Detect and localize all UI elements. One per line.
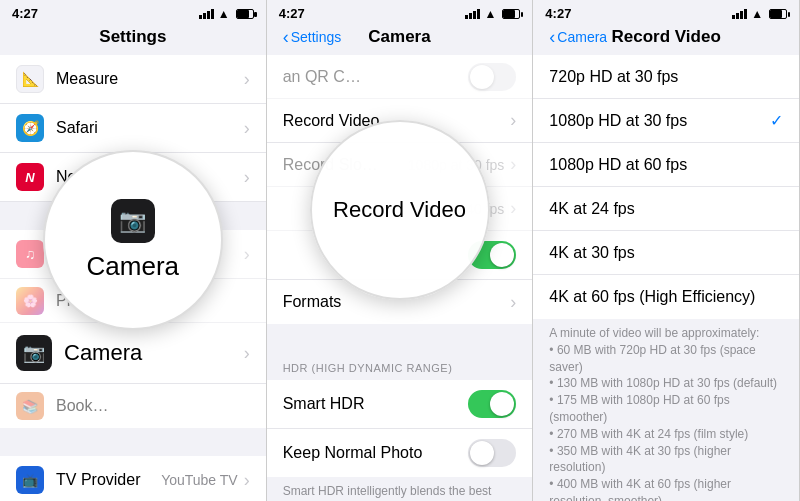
books-label: Book… [56, 397, 250, 415]
record-item-720p30[interactable]: 720p HD at 30 fps [533, 55, 799, 99]
battery-icon-2 [502, 9, 520, 19]
back-button-2[interactable]: Settings [283, 28, 342, 46]
signal-icon-1 [199, 9, 214, 19]
chevron-camera [244, 343, 250, 364]
storage-desc: A minute of video will be approximately:… [533, 319, 799, 501]
nav-bar-2: Settings Camera [267, 25, 533, 55]
keepnormal-label: Keep Normal Photo [283, 444, 469, 462]
back-label-3: Camera [557, 29, 607, 45]
smarthdr-toggle[interactable] [468, 390, 516, 418]
tvprovider-icon: 📺 [16, 466, 44, 494]
news-icon: N [16, 163, 44, 191]
panel-settings: 4:27 ▲ Settings 📐 Measure [0, 0, 267, 501]
settings-item-camera[interactable]: 📷 Camera [0, 323, 266, 384]
record-video-list: 720p HD at 30 fps 1080p HD at 30 fps ✓ 1… [533, 55, 799, 501]
qr-label: an QR C… [283, 68, 469, 86]
panel-camera: 4:27 ▲ Settings Camera an [267, 0, 534, 501]
nav-bar-1: Settings [0, 25, 266, 55]
wifi-icon-1: ▲ [218, 7, 230, 21]
settings-item-tvprovider[interactable]: 📺 TV Provider YouTube TV [0, 456, 266, 501]
wifi-icon-3: ▲ [751, 7, 763, 21]
back-chevron-3 [549, 28, 555, 46]
measure-label: Measure [56, 70, 244, 88]
camera-icon-zoom: 📷 [111, 199, 155, 243]
battery-icon-3 [769, 9, 787, 19]
camera-item-smartHDR[interactable]: Smart HDR [267, 380, 533, 429]
record-item-1080p30[interactable]: 1080p HD at 30 fps ✓ [533, 99, 799, 143]
nav-bar-3: Camera Record Video [533, 25, 799, 55]
qr-toggle[interactable] [468, 63, 516, 91]
resolution-items: 720p HD at 30 fps 1080p HD at 30 fps ✓ 1… [533, 55, 799, 319]
1080p30-label: 1080p HD at 30 fps [549, 112, 770, 130]
status-bar-2: 4:27 ▲ [267, 0, 533, 25]
lower-settings: 📺 TV Provider YouTube TV [0, 456, 266, 501]
panel-record-video: 4:27 ▲ Camera Record Video [533, 0, 800, 501]
safari-label: Safari [56, 119, 244, 137]
photos-icon: 🌸 [16, 287, 44, 315]
sep2 [0, 428, 266, 456]
tvprovider-label: TV Provider [56, 471, 161, 489]
chevron-record [510, 110, 516, 131]
magnify-circle-2: Record Video [310, 120, 490, 300]
back-label-2: Settings [291, 29, 342, 45]
record-video-zoom-text: Record Video [333, 197, 466, 222]
back-chevron-2 [283, 28, 289, 46]
4k30-label: 4K at 30 fps [549, 244, 783, 262]
status-icons-1: ▲ [199, 7, 254, 21]
page-title-3: Record Video [612, 27, 721, 47]
4k24-label: 4K at 24 fps [549, 200, 783, 218]
chevron-safari [244, 118, 250, 139]
measure-icon: 📐 [16, 65, 44, 93]
record-item-4k30[interactable]: 4K at 30 fps [533, 231, 799, 275]
1080p60-label: 1080p HD at 60 fps [549, 156, 783, 174]
nav-row-3: Camera Record Video [549, 27, 783, 47]
status-bar-3: 4:27 ▲ [533, 0, 799, 25]
chevron-measure [244, 69, 250, 90]
720p30-label: 720p HD at 30 fps [549, 68, 783, 86]
hdr-desc: Smart HDR intelligently blends the best … [267, 477, 533, 501]
chevron-tvprovider [244, 470, 250, 491]
settings-item-measure[interactable]: 📐 Measure [0, 55, 266, 104]
status-icons-3: ▲ [732, 7, 787, 21]
chevron-news [244, 167, 250, 188]
status-time-2: 4:27 [279, 6, 305, 21]
settings-item-books[interactable]: 📚 Book… [0, 384, 266, 428]
magnify-content-1: 📷 Camera [77, 189, 189, 292]
record-item-4k60[interactable]: 4K at 60 fps (High Efficiency) [533, 275, 799, 319]
camera-item-qr[interactable]: an QR C… [267, 55, 533, 99]
4k60-label: 4K at 60 fps (High Efficiency) [549, 288, 783, 306]
hdr-items: Smart HDR Keep Normal Photo [267, 380, 533, 477]
checkmark-1080p30: ✓ [770, 111, 783, 130]
camera-label: Camera [64, 340, 244, 366]
magnify-circle-1: 📷 Camera [43, 150, 223, 330]
tvprovider-value: YouTube TV [161, 472, 238, 488]
signal-icon-2 [465, 9, 480, 19]
hdr-header: HDR (HIGH DYNAMIC RANGE) [267, 352, 533, 380]
chevron-formats [510, 292, 516, 313]
back-button-3[interactable]: Camera [549, 28, 607, 46]
smarthdr-label: Smart HDR [283, 395, 469, 413]
record-item-4k24[interactable]: 4K at 24 fps [533, 187, 799, 231]
camera-icon: 📷 [16, 335, 52, 371]
status-bar-1: 4:27 ▲ [0, 0, 266, 25]
battery-icon-1 [236, 9, 254, 19]
signal-icon-3 [732, 9, 747, 19]
keepnormal-toggle[interactable] [468, 439, 516, 467]
safari-icon: 🧭 [16, 114, 44, 142]
page-title-1: Settings [16, 27, 250, 47]
status-time-3: 4:27 [545, 6, 571, 21]
wifi-icon-2: ▲ [484, 7, 496, 21]
page-title-2: Camera [368, 27, 430, 47]
chevron-music [244, 244, 250, 265]
music-icon: ♫ [16, 240, 44, 268]
camera-item-keepnormal[interactable]: Keep Normal Photo [267, 429, 533, 477]
books-icon: 📚 [16, 392, 44, 420]
camera-zoom-label: Camera [87, 251, 179, 282]
chevron-240 [510, 198, 516, 219]
settings-item-safari[interactable]: 🧭 Safari [0, 104, 266, 153]
nav-row-2: Settings Camera [283, 27, 517, 47]
record-item-1080p60[interactable]: 1080p HD at 60 fps [533, 143, 799, 187]
status-time-1: 4:27 [12, 6, 38, 21]
magnify-content-2: Record Video [323, 187, 476, 233]
chevron-slomo [510, 154, 516, 175]
